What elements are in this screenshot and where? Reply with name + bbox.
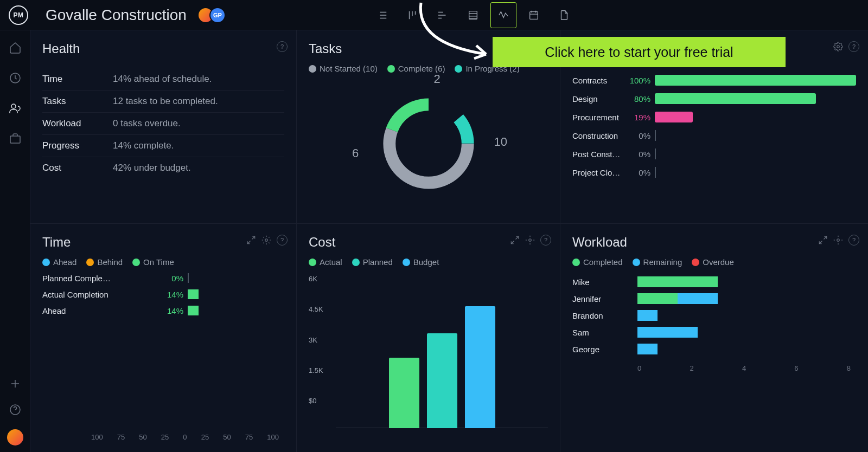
view-sheet-icon[interactable]: [460, 2, 486, 28]
help-icon[interactable]: ?: [540, 235, 551, 246]
view-file-icon[interactable]: [551, 2, 577, 28]
avatar[interactable]: GP: [209, 7, 226, 23]
progress-percent: 19%: [626, 113, 650, 122]
axis-tick: 25: [201, 433, 209, 441]
cost-bar: [389, 358, 419, 429]
health-value: 42% under budget.: [113, 163, 191, 173]
legend: Completed Remaining Overdue: [572, 257, 856, 267]
time-row: Planned Comple… 0%: [42, 273, 284, 283]
health-row: Progress 14% complete.: [42, 135, 284, 157]
briefcase-icon[interactable]: [9, 132, 22, 145]
view-dashboard-icon[interactable]: [490, 2, 516, 28]
progress-label: Post Const…: [572, 150, 621, 159]
axis-label: 6K: [309, 275, 317, 283]
legend-dot: [309, 259, 316, 266]
health-row: Cost 42% under budget.: [42, 157, 284, 179]
legend-dot: [132, 259, 140, 266]
legend-dot: [86, 259, 94, 266]
time-row: Actual Completion 14%: [42, 289, 284, 299]
time-label: Actual Completion: [42, 290, 156, 299]
expand-icon[interactable]: [818, 235, 828, 245]
workload-segment: [637, 276, 718, 287]
legend-dot: [42, 259, 50, 266]
workload-row: Brandon: [572, 310, 856, 321]
workload-bar: [637, 276, 718, 287]
view-gantt-icon[interactable]: [430, 2, 456, 28]
time-label: Planned Comple…: [42, 274, 156, 283]
axis-tick: 50: [139, 433, 146, 441]
legend-label: Behind: [97, 257, 123, 267]
axis-tick: 0: [183, 433, 187, 441]
svg-rect-1: [530, 11, 538, 19]
expand-icon[interactable]: [510, 235, 520, 245]
help-icon[interactable]: ?: [848, 235, 859, 246]
workload-segment: [637, 310, 658, 321]
svg-point-3: [11, 104, 16, 108]
axis-tick: 0: [637, 364, 641, 372]
topbar: PM Govalle Construction GP: [0, 0, 868, 30]
gear-icon[interactable]: [833, 42, 843, 51]
workload-label: George: [572, 345, 637, 354]
svg-point-10: [265, 239, 268, 242]
progress-row: Project Clo… 0%: [572, 167, 856, 178]
progress-label: Design: [572, 94, 621, 104]
progress-percent: 80%: [626, 94, 650, 104]
health-label: Workload: [42, 118, 113, 129]
gear-icon[interactable]: [525, 235, 535, 245]
expand-icon[interactable]: [246, 235, 256, 245]
legend-item: Actual: [309, 257, 342, 267]
progress-percent: 0%: [626, 131, 650, 140]
time-percent: 14%: [156, 290, 183, 299]
legend-item: Completed: [572, 257, 623, 267]
user-avatar[interactable]: [7, 429, 23, 445]
workload-segment: [637, 293, 678, 304]
axis-tick: 100: [91, 433, 103, 441]
health-value: 12 tasks to be completed.: [113, 96, 218, 107]
help-icon[interactable]: ?: [848, 41, 859, 52]
legend-item: Planned: [352, 257, 393, 267]
clock-icon[interactable]: [9, 72, 22, 85]
axis-label: 3K: [309, 335, 317, 344]
health-card: Health ? Time 14% ahead of schedule. Tas…: [30, 30, 296, 223]
health-value: 14% complete.: [113, 140, 174, 151]
sidebar: [0, 30, 30, 452]
progress-label: Contracts: [572, 76, 621, 85]
cta-banner[interactable]: Click here to start your free trial: [493, 37, 786, 67]
legend-dot: [572, 259, 580, 266]
gear-icon[interactable]: [261, 235, 271, 245]
health-row: Time 14% ahead of schedule.: [42, 68, 284, 91]
project-title: Govalle Construction: [46, 7, 187, 24]
avatar-group[interactable]: GP: [197, 7, 226, 23]
legend-item: Budget: [403, 257, 439, 267]
svg-rect-0: [469, 11, 477, 19]
health-row: Workload 0 tasks overdue.: [42, 113, 284, 135]
workload-row: George: [572, 344, 856, 354]
progress-bar: [655, 112, 856, 122]
axis-label: 1.5K: [309, 366, 323, 374]
help-icon[interactable]: [9, 403, 22, 416]
progress-row: Post Const… 0%: [572, 148, 856, 159]
axis-tick: 75: [117, 433, 125, 441]
cost-bar: [465, 306, 495, 428]
workload-row: Mike: [572, 276, 856, 287]
gear-icon[interactable]: [833, 235, 843, 245]
view-list-icon[interactable]: [369, 2, 395, 28]
home-icon[interactable]: [9, 41, 22, 54]
team-icon[interactable]: [9, 102, 22, 115]
donut-value: 6: [352, 146, 359, 160]
app-logo[interactable]: PM: [9, 5, 28, 25]
view-board-icon[interactable]: [399, 2, 425, 28]
help-icon[interactable]: ?: [277, 41, 288, 52]
view-calendar-icon[interactable]: [521, 2, 547, 28]
plus-icon[interactable]: [9, 377, 22, 390]
axis-label: 4.5K: [309, 305, 323, 313]
progress-label: Procurement: [572, 113, 621, 122]
time-percent: 0%: [156, 274, 183, 283]
health-label: Progress: [42, 140, 113, 151]
health-value: 14% ahead of schedule.: [113, 74, 212, 85]
help-icon[interactable]: ?: [277, 235, 288, 246]
workload-label: Brandon: [572, 311, 637, 320]
progress-bar: [655, 148, 856, 159]
workload-bar: [637, 344, 658, 354]
workload-label: Mike: [572, 277, 637, 287]
